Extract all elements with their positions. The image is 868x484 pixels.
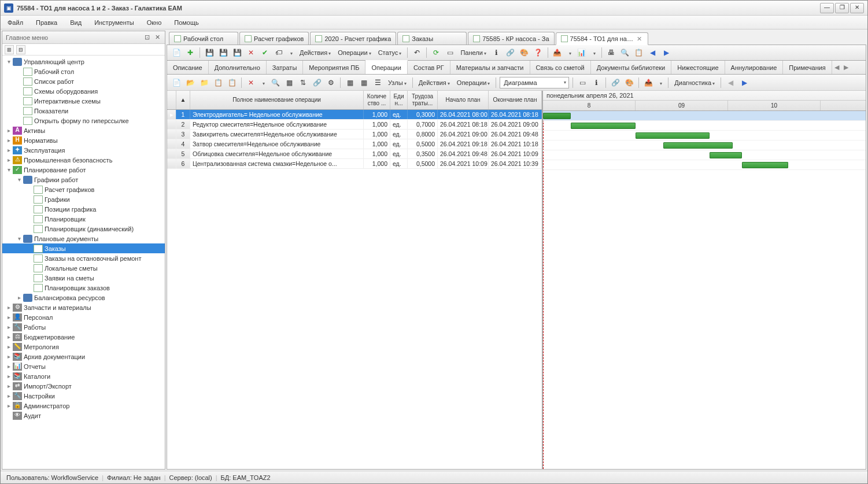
- tree-item[interactable]: ▾✓Планирование работ: [2, 165, 165, 175]
- gantt-row[interactable]: [543, 121, 866, 131]
- doc-tab[interactable]: Расчет графиков: [239, 32, 309, 45]
- subtab-next-icon[interactable]: ▶: [841, 61, 851, 74]
- tree-item[interactable]: Графики: [2, 194, 165, 204]
- gantt-row[interactable]: [543, 160, 866, 170]
- export-dropdown[interactable]: [566, 49, 574, 56]
- doc-tab[interactable]: 2020 - Расчет графика: [310, 32, 396, 45]
- gantt-row[interactable]: [543, 111, 866, 121]
- new-icon[interactable]: 📄: [171, 47, 182, 58]
- export-icon[interactable]: 📤: [552, 47, 563, 58]
- minimize-button[interactable]: —: [820, 3, 834, 13]
- menu-Окно[interactable]: Окно: [145, 18, 164, 27]
- tree-item[interactable]: Открыть форму по гиперссылке: [2, 116, 165, 125]
- tree-item[interactable]: ▸👤Персонал: [2, 312, 165, 322]
- expand-icon[interactable]: ▸: [6, 314, 12, 320]
- check-icon[interactable]: ✔: [259, 47, 271, 58]
- op-paste-icon[interactable]: 📋: [226, 77, 238, 88]
- tree-item[interactable]: ▸⚠Промышленная безопасность: [2, 155, 165, 165]
- expand-icon[interactable]: ▸: [6, 383, 12, 389]
- expand-icon[interactable]: ▾: [6, 58, 12, 65]
- toolbar-dropdown[interactable]: [287, 49, 295, 56]
- header-unit[interactable]: Еди н...: [390, 91, 408, 109]
- info-icon[interactable]: ℹ: [491, 47, 503, 58]
- expand-icon[interactable]: ▸: [6, 304, 12, 311]
- expand-icon[interactable]: ▸: [6, 157, 12, 163]
- header-end[interactable]: Окончание план: [489, 91, 542, 109]
- tree-item[interactable]: ▸⚖Бюджетирование: [2, 332, 165, 342]
- table-row[interactable]: 5Облицовка смесителя=Недельное обслужива…: [167, 149, 542, 159]
- diagram-combo[interactable]: Диаграмма: [500, 77, 569, 88]
- help-icon[interactable]: ❓: [533, 47, 544, 58]
- save-icon[interactable]: 💾: [204, 47, 215, 58]
- sub-tab[interactable]: Описание: [167, 61, 209, 74]
- tree-item[interactable]: ▸✦Эксплуатация: [2, 145, 165, 155]
- save2-icon[interactable]: 💾: [217, 47, 229, 58]
- gantt-info-icon[interactable]: ℹ: [590, 77, 602, 88]
- gantt-body[interactable]: [543, 111, 866, 469]
- chart-dropdown[interactable]: [590, 49, 598, 56]
- pin-icon[interactable]: ⊡: [143, 34, 151, 42]
- inner-ops-dropdown[interactable]: Операции: [455, 79, 492, 86]
- expand-icon[interactable]: ▸: [16, 294, 22, 301]
- panels-dropdown[interactable]: Панели: [458, 49, 488, 56]
- op-filter-icon[interactable]: 🔍: [269, 77, 281, 88]
- gantt-row[interactable]: [543, 131, 866, 141]
- expand-icon[interactable]: ▸: [6, 373, 12, 379]
- gantt-export-dropdown[interactable]: [656, 79, 664, 86]
- tree-item[interactable]: ▸⚙Запчасти и материалы: [2, 302, 165, 312]
- op-copy-icon[interactable]: 📋: [212, 77, 224, 88]
- preview-icon[interactable]: 🔍: [619, 47, 631, 58]
- tree-item[interactable]: Планировщик заказов: [2, 283, 165, 293]
- gantt-prev-icon[interactable]: ◀: [725, 77, 736, 88]
- gantt-row[interactable]: [543, 150, 866, 160]
- tree-item[interactable]: ▾Графики работ: [2, 175, 165, 184]
- table-row[interactable]: ▸1Электродвигатель= Недельное обслуживан…: [167, 110, 542, 120]
- expand-icon[interactable]: ▸: [6, 363, 12, 370]
- tree-item[interactable]: ▸🔧Настройки: [2, 391, 165, 401]
- menu-Вид[interactable]: Вид: [68, 18, 84, 27]
- menu-Файл[interactable]: Файл: [5, 18, 25, 27]
- sub-tab[interactable]: Мероприятия ПБ: [303, 61, 365, 74]
- gantt-bar[interactable]: [742, 162, 788, 168]
- tree-item[interactable]: ▾Плановые документы: [2, 234, 165, 243]
- table-row[interactable]: 3Завихритель смесителя=Недельное обслужи…: [167, 130, 542, 139]
- gantt-row[interactable]: [543, 141, 866, 150]
- doc-tab[interactable]: 75584 - ТО1 для насос✕: [556, 32, 648, 45]
- tree-item[interactable]: Заявки на сметы: [2, 273, 165, 283]
- gantt-bar[interactable]: [663, 142, 733, 149]
- doc-tab[interactable]: Рабочий стол: [169, 32, 238, 45]
- expand-icon[interactable]: ▸: [6, 353, 12, 360]
- palette-icon[interactable]: 🎨: [519, 47, 530, 58]
- expand-icon[interactable]: ▸: [6, 402, 12, 409]
- sidebar-close-icon[interactable]: ✕: [153, 34, 161, 42]
- tree-item[interactable]: 👁Аудит: [2, 411, 165, 420]
- actions-dropdown[interactable]: Действия: [297, 49, 333, 56]
- expand-icon[interactable]: ▸: [6, 343, 12, 350]
- expand-icon[interactable]: ▸: [6, 147, 12, 153]
- op-delete-icon[interactable]: ✕: [245, 77, 257, 88]
- gantt-bar[interactable]: [710, 152, 742, 158]
- delete-icon[interactable]: ✕: [245, 47, 257, 58]
- op-del-dropdown[interactable]: [259, 79, 267, 86]
- tree-item[interactable]: ▸⇄Импорт/Экспорт: [2, 381, 165, 391]
- table-row[interactable]: 4Затвор смесителя=Недельное обслуживание…: [167, 139, 542, 149]
- tree-item[interactable]: Заказы: [2, 243, 165, 253]
- expand-icon[interactable]: ▸: [6, 137, 12, 143]
- saveall-icon[interactable]: 💾: [231, 47, 243, 58]
- sub-tab[interactable]: Документы библиотеки: [591, 61, 671, 74]
- op-grid3-icon[interactable]: ▦: [358, 77, 370, 88]
- op-cfg-icon[interactable]: ⚙: [325, 77, 337, 88]
- op-open-icon[interactable]: 📁: [198, 77, 210, 88]
- tree-item[interactable]: Заказы на остановочный ремонт: [2, 253, 165, 263]
- tree-item[interactable]: ▸🔒Администратор: [2, 401, 165, 411]
- tree-icon[interactable]: 🏷: [273, 47, 285, 58]
- sub-tab[interactable]: Связь со сметой: [530, 61, 591, 74]
- sub-tab[interactable]: Дополнительно: [209, 61, 267, 74]
- menu-Правка[interactable]: Правка: [34, 18, 60, 27]
- op-new-icon[interactable]: 📄: [171, 77, 182, 88]
- page-icon[interactable]: 📋: [633, 47, 645, 58]
- op-list-icon[interactable]: ☰: [372, 77, 383, 88]
- header-start[interactable]: Начало план: [438, 91, 489, 109]
- expand-icon[interactable]: ▾: [16, 235, 22, 242]
- operations-dropdown[interactable]: Операции: [335, 49, 373, 56]
